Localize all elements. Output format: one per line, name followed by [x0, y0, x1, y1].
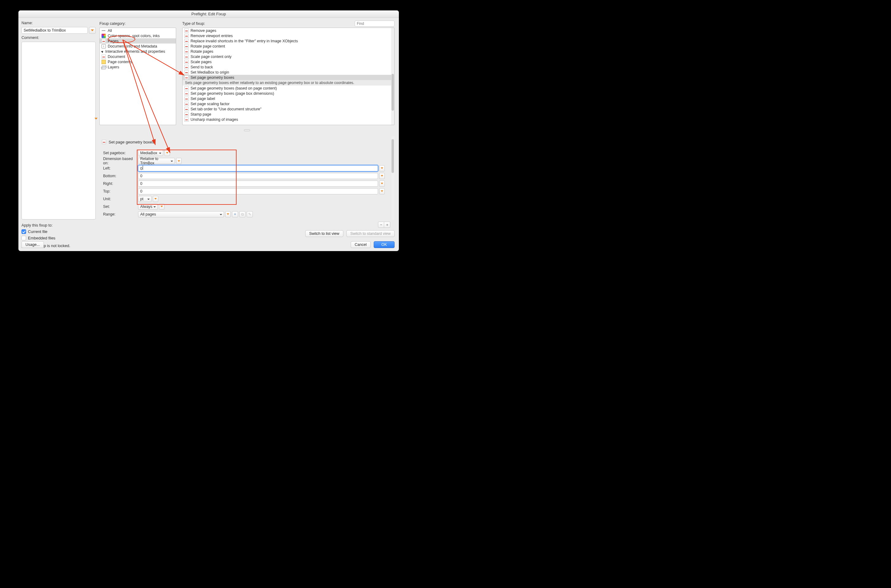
- unit-select[interactable]: pt: [138, 196, 152, 202]
- right-variable-button[interactable]: [379, 181, 385, 187]
- find-input[interactable]: [355, 21, 394, 27]
- top-input[interactable]: 0: [138, 188, 378, 194]
- name-input[interactable]: [21, 27, 88, 34]
- category-item[interactable]: Color spaces, spot colors, inks: [100, 33, 176, 38]
- current-file-checkbox[interactable]: [21, 230, 26, 234]
- range-add-button[interactable]: ＋: [232, 211, 238, 218]
- category-item[interactable]: Document Info and Metadata: [100, 44, 176, 49]
- category-item[interactable]: Pages: [100, 38, 176, 44]
- category-item-label: Page contents: [108, 60, 132, 64]
- preflight-edit-fixup-window: Preflight: Edit Fixup Name: Comment: App…: [18, 10, 399, 251]
- fixup-list-scrollbar-thumb[interactable]: [391, 74, 394, 111]
- left-label: Left:: [102, 166, 136, 171]
- embedded-files-label: Embedded files: [28, 236, 56, 240]
- ok-button[interactable]: OK: [374, 241, 394, 248]
- collapse-icon: [95, 118, 98, 120]
- dimension-variable-button[interactable]: [176, 158, 182, 164]
- set-pagebox-select[interactable]: MediaBox: [138, 150, 163, 156]
- fixup-item[interactable]: Rotate page content: [182, 44, 394, 49]
- left-value: 0: [140, 165, 143, 171]
- dropdown-icon: [166, 152, 169, 154]
- fixup-item-label: Replace invalid shortcuts in the "Filter…: [191, 39, 298, 43]
- set-variable-button[interactable]: [159, 204, 164, 210]
- fixup-item[interactable]: Remove viewport entries: [182, 33, 394, 38]
- fixup-item[interactable]: Set tab order to "Use document structure…: [182, 106, 394, 112]
- fixup-item[interactable]: Set MediaBox to origin: [182, 70, 394, 75]
- fixup-item-label: Rotate pages: [191, 50, 213, 54]
- fixup-item[interactable]: Set page scaling factor: [182, 101, 394, 106]
- unit-variable-button[interactable]: [153, 196, 158, 202]
- color-icon: [102, 34, 106, 38]
- dropdown-icon: [161, 206, 163, 207]
- pdf-icon: [184, 50, 189, 54]
- fixup-category-list[interactable]: AllColor spaces, spot colors, inksPagesD…: [99, 28, 176, 125]
- set-pagebox-variable-button[interactable]: [164, 150, 170, 156]
- right-panel: Fixup category: AllColor spaces, spot co…: [98, 18, 399, 251]
- left-panel: Name: Comment: Apply this fixup to: Curr…: [18, 18, 98, 251]
- right-value: 0: [140, 182, 142, 186]
- embedded-files-checkbox[interactable]: [21, 236, 26, 240]
- fixup-item[interactable]: Replace invalid shortcuts in the "Filter…: [182, 38, 394, 44]
- name-dropdown-button[interactable]: [89, 27, 96, 34]
- fixup-item-label: Scale pages: [191, 60, 212, 64]
- name-label: Name:: [21, 21, 96, 25]
- comment-label: Comment:: [21, 36, 96, 40]
- comment-textarea[interactable]: [21, 42, 96, 219]
- category-item[interactable]: Page contents: [100, 59, 176, 64]
- range-edit-button[interactable]: ✎: [247, 211, 253, 218]
- all-icon: [102, 28, 106, 33]
- remove-button[interactable]: −: [378, 222, 384, 228]
- fixup-item-label: Remove pages: [191, 28, 216, 33]
- fixup-item[interactable]: Stamp page: [182, 112, 394, 117]
- bottom-input[interactable]: 0: [138, 173, 378, 179]
- dimension-select[interactable]: Relative to TrimBox: [138, 158, 175, 164]
- pdf-icon: [184, 60, 189, 64]
- category-item-label: Pages: [108, 39, 119, 43]
- pdf-icon: [184, 28, 189, 33]
- category-item[interactable]: All: [100, 28, 176, 33]
- category-item[interactable]: Layers: [100, 64, 176, 70]
- dropdown-icon: [381, 175, 383, 177]
- range-select[interactable]: All pages: [138, 211, 224, 218]
- fixup-type-panel: Type of fixup: Remove pagesRemove viewpo…: [182, 21, 394, 125]
- pdf-icon: [102, 39, 106, 43]
- fixup-item[interactable]: Send to back: [182, 64, 394, 70]
- left-input[interactable]: 0: [138, 165, 378, 171]
- usage-button[interactable]: Usage...: [21, 241, 44, 248]
- fixup-settings-form: Set page geometry boxes: Set pagebox: Me…: [99, 136, 394, 220]
- fixup-item[interactable]: Remove pages: [182, 28, 394, 33]
- category-item[interactable]: Document: [100, 54, 176, 59]
- fixup-item[interactable]: Set page geometry boxes (page box dimens…: [182, 91, 394, 96]
- fixup-item[interactable]: Scale pages: [182, 59, 394, 64]
- cancel-button[interactable]: Cancel: [351, 241, 371, 248]
- fixup-item[interactable]: Set page label: [182, 96, 394, 101]
- range-variable-button[interactable]: [225, 211, 231, 218]
- top-value: 0: [140, 189, 142, 194]
- fixup-type-list[interactable]: Remove pagesRemove viewport entriesRepla…: [182, 28, 394, 125]
- top-variable-button[interactable]: [379, 188, 385, 194]
- range-copy-button[interactable]: ⧉: [239, 211, 245, 218]
- set-label: Set:: [102, 204, 136, 209]
- fixup-item[interactable]: Unsharp masking of images: [182, 117, 394, 122]
- fixup-item[interactable]: Set page geometry boxes (based on page c…: [182, 86, 394, 91]
- fixup-item[interactable]: Set page geometry boxes: [182, 75, 394, 80]
- form-scrollbar-thumb[interactable]: [391, 139, 394, 173]
- bottom-variable-button[interactable]: [379, 173, 385, 179]
- dimension-label: Dimension based on:: [102, 157, 136, 165]
- left-variable-button[interactable]: [379, 165, 385, 171]
- fixup-item-label: Remove viewport entries: [191, 34, 233, 38]
- right-input[interactable]: 0: [138, 181, 378, 187]
- unit-value: pt: [140, 197, 143, 201]
- category-item-label: Document Info and Metadata: [108, 44, 157, 48]
- switch-list-view-button[interactable]: Switch to list view: [305, 230, 343, 237]
- pdf-icon: [184, 107, 189, 111]
- fixup-list-scrollbar-track[interactable]: [391, 28, 394, 125]
- add-button[interactable]: ＋: [384, 222, 390, 228]
- fixup-type-header: Type of fixup:: [182, 21, 205, 26]
- horizontal-splitter[interactable]: [99, 129, 394, 132]
- category-item[interactable]: Interactive elements and properties: [100, 49, 176, 54]
- fixup-item[interactable]: Scale page content only: [182, 54, 394, 59]
- fixup-item[interactable]: Rotate pages: [182, 49, 394, 54]
- set-select[interactable]: Always: [138, 204, 158, 210]
- fixup-item-description: Sets page geometry boxes either relative…: [182, 80, 394, 86]
